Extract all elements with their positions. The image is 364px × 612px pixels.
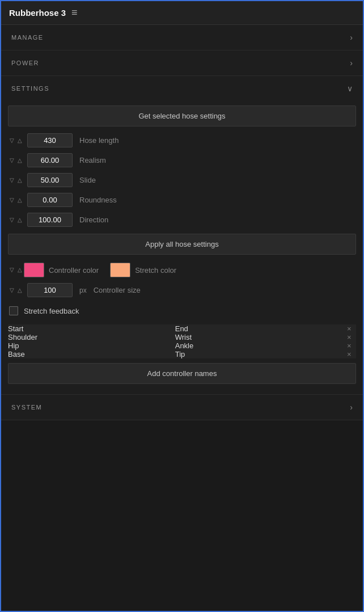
app-header: Rubberhose 3 ≡	[1, 1, 363, 25]
start-name-1[interactable]: Shoulder	[8, 333, 175, 341]
controller-size-row: ▽ △ px Controller size	[1, 281, 363, 299]
names-row-2: Hip Ankle ×	[8, 341, 356, 350]
start-name-2[interactable]: Hip	[8, 341, 175, 350]
system-label: SYSTEM	[11, 404, 42, 411]
controller-color-label: Controller color	[49, 266, 99, 275]
stretch-color-label: Stretch color	[135, 266, 176, 275]
controller-size-input[interactable]	[27, 283, 73, 297]
system-section[interactable]: SYSTEM ›	[1, 395, 363, 420]
slide-label: Slide	[79, 176, 96, 184]
hose-length-row: ▽ △ Hose length	[1, 131, 363, 150]
hose-length-increment[interactable]: △	[16, 137, 24, 145]
color-row: ▽ △ Controller color Stretch color	[1, 259, 363, 281]
end-name-1[interactable]: Wrist	[175, 333, 342, 341]
get-hose-settings-button[interactable]: Get selected hose settings	[8, 105, 356, 126]
controller-color-group: Controller color	[24, 263, 99, 277]
slide-decrement[interactable]: ▽	[8, 176, 16, 184]
add-controller-names-button[interactable]: Add controller names	[8, 363, 356, 384]
names-row-0: Start End ×	[8, 324, 356, 333]
slide-row: ▽ △ Slide	[1, 171, 363, 189]
manage-section[interactable]: MANAGE ›	[1, 25, 363, 50]
manage-chevron: ›	[350, 33, 353, 42]
app-title: Rubberhose 3	[9, 8, 66, 18]
start-name-3[interactable]: Base	[8, 350, 175, 358]
direction-row: ▽ △ Direction	[1, 210, 363, 229]
roundness-input[interactable]	[27, 193, 73, 207]
slide-input[interactable]	[27, 173, 73, 187]
names-row-1: Shoulder Wrist ×	[8, 333, 356, 341]
roundness-label: Roundness	[79, 196, 117, 204]
settings-section: SETTINGS ∨ Get selected hose settings ▽ …	[1, 76, 363, 395]
apply-hose-settings-button[interactable]: Apply all hose settings	[8, 234, 356, 255]
color-increment[interactable]: △	[16, 266, 24, 274]
manage-label: MANAGE	[11, 34, 44, 41]
delete-name-3[interactable]: ×	[342, 350, 356, 358]
end-name-0[interactable]: End	[175, 324, 342, 333]
stretch-feedback-label: Stretch feedback	[24, 307, 79, 315]
controller-color-swatch[interactable]	[24, 263, 44, 277]
end-name-2[interactable]: Ankle	[175, 341, 342, 350]
realism-input[interactable]	[27, 153, 73, 167]
hose-length-input[interactable]	[27, 133, 73, 147]
controller-names-table: Start End × Shoulder Wrist × Hip Ankle ×…	[8, 324, 356, 358]
settings-header-row[interactable]: SETTINGS ∨	[1, 76, 363, 101]
stretch-color-group: Stretch color	[110, 263, 176, 277]
start-name-0[interactable]: Start	[8, 324, 175, 333]
power-chevron: ›	[350, 58, 353, 67]
px-label: px	[79, 286, 87, 294]
names-row-3: Base Tip ×	[8, 350, 356, 358]
power-label: POWER	[11, 60, 39, 66]
realism-decrement[interactable]: ▽	[8, 157, 16, 164]
realism-increment[interactable]: △	[16, 157, 24, 164]
settings-label: SETTINGS	[11, 85, 49, 92]
hose-length-decrement[interactable]: ▽	[8, 137, 16, 145]
stretch-feedback-checkbox[interactable]	[9, 306, 18, 315]
menu-icon[interactable]: ≡	[71, 7, 78, 19]
realism-row: ▽ △ Realism	[1, 151, 363, 170]
direction-decrement[interactable]: ▽	[8, 216, 16, 224]
roundness-decrement[interactable]: ▽	[8, 196, 16, 204]
slide-increment[interactable]: △	[16, 176, 24, 184]
stretch-feedback-row: Stretch feedback	[1, 302, 363, 320]
controller-size-increment[interactable]: △	[16, 286, 24, 294]
hose-length-label: Hose length	[79, 136, 118, 145]
delete-name-2[interactable]: ×	[342, 341, 356, 350]
controller-size-label: Controller size	[94, 286, 141, 294]
roundness-row: ▽ △ Roundness	[1, 191, 363, 209]
settings-chevron: ∨	[347, 84, 353, 93]
realism-label: Realism	[79, 156, 106, 164]
delete-name-0[interactable]: ×	[342, 324, 356, 333]
delete-name-1[interactable]: ×	[342, 333, 356, 341]
controller-size-decrement[interactable]: ▽	[8, 286, 16, 294]
roundness-increment[interactable]: △	[16, 196, 24, 204]
system-chevron: ›	[350, 403, 353, 412]
end-name-3[interactable]: Tip	[175, 350, 342, 358]
direction-input[interactable]	[27, 213, 73, 227]
direction-increment[interactable]: △	[16, 216, 24, 224]
color-decrement[interactable]: ▽	[8, 266, 16, 274]
direction-label: Direction	[79, 216, 108, 224]
stretch-color-swatch[interactable]	[110, 263, 130, 277]
power-section[interactable]: POWER ›	[1, 50, 363, 76]
